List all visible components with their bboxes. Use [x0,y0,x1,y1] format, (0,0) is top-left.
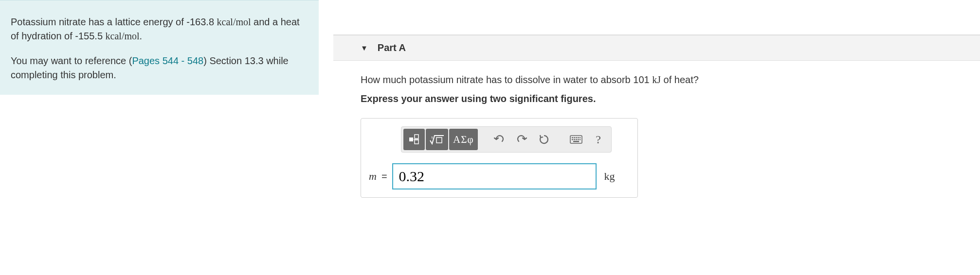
answer-row: m = kg [369,163,630,189]
text: of heat? [661,74,699,85]
equals-sign: = [381,171,387,182]
answer-input[interactable] [392,163,597,189]
svg-rect-7 [572,137,573,138]
svg-rect-11 [580,137,581,138]
svg-text:x: x [431,135,433,139]
svg-rect-17 [573,141,579,142]
templates-button[interactable] [403,129,425,150]
unit-text: kcal/mol [217,17,251,27]
info-box: Potassium nitrate has a lattice energy o… [0,0,319,95]
svg-rect-10 [578,137,579,138]
pages-link[interactable]: Pages 544 - 548 [132,55,203,66]
svg-rect-0 [409,138,413,141]
text: You may want to reference ( [11,55,132,66]
svg-rect-13 [574,139,575,140]
part-title: Part A [378,42,406,53]
svg-rect-2 [415,140,418,144]
answer-box: x ΑΣφ [361,118,638,198]
problem-info-column: Potassium nitrate has a lattice energy o… [0,0,319,275]
svg-rect-9 [576,137,577,138]
svg-rect-16 [580,139,581,140]
caret-down-icon: ▼ [361,44,368,52]
svg-rect-12 [572,139,573,140]
reset-button[interactable] [533,129,555,150]
problem-statement: Potassium nitrate has a lattice energy o… [11,15,308,43]
instruction-text: Express your answer using two significan… [361,93,965,104]
unit-text: kcal/mol [106,31,140,41]
variable-label: m [369,170,377,183]
redo-button[interactable] [511,129,532,150]
spacer [333,0,980,35]
keyboard-button[interactable] [565,129,587,150]
part-header[interactable]: ▼ Part A [333,35,980,61]
text: Potassium nitrate has a lattice energy o… [11,17,217,27]
greek-button[interactable]: ΑΣφ [449,129,478,150]
unit-text: kJ [652,74,661,85]
part-body: How much potassium nitrate has to dissol… [319,61,980,212]
svg-rect-1 [415,135,418,138]
answer-column: ▼ Part A How much potassium nitrate has … [319,0,980,275]
reference-hint: You may want to reference (Pages 544 - 5… [11,54,308,82]
unit-label: kg [604,170,615,183]
question-text: How much potassium nitrate has to dissol… [361,74,965,86]
equation-toolbar: x ΑΣφ [401,126,612,153]
undo-button[interactable] [489,129,510,150]
svg-rect-15 [578,139,579,140]
svg-rect-4 [436,138,442,143]
greek-label: ΑΣφ [453,134,474,146]
text: . [140,31,143,41]
text: How much potassium nitrate has to dissol… [361,74,652,85]
svg-rect-14 [576,139,577,140]
sqrt-button[interactable]: x [426,129,448,150]
svg-rect-8 [574,137,575,138]
help-button[interactable]: ? [588,129,609,150]
